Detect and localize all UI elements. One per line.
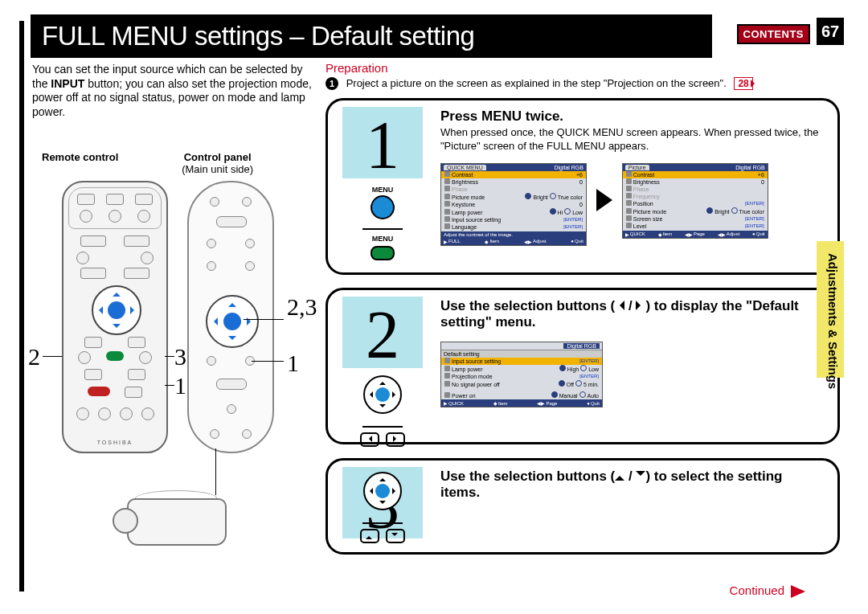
menu-pill-icon: [371, 246, 395, 260]
step-2-box: 2 Use the selection buttons ( / ) to dis…: [326, 288, 840, 444]
menu-button-icon: [371, 195, 395, 219]
callout-3: 3: [174, 343, 186, 370]
step-2-number: 2: [342, 297, 423, 368]
panel-label: Control panel: [158, 151, 278, 163]
osd-quick-menu: QUICK MENUDigital RGB Contrast+6 Brightn…: [440, 163, 587, 246]
step-3-box: 3 Use the selection buttons ( / ) to sel…: [326, 458, 840, 555]
callout-1-right: 1: [287, 350, 299, 377]
remote-body: TOSHIBA: [62, 181, 168, 453]
step-1-number: 1: [342, 107, 423, 178]
preparation-heading: Preparation: [326, 61, 388, 75]
contents-button[interactable]: CONTENTS: [737, 24, 811, 44]
step-2-title: Use the selection buttons ( / ) to displ…: [440, 298, 825, 330]
arrow-right-icon: [596, 189, 612, 211]
control-panel-body: [187, 181, 274, 453]
down-button-icon: [386, 529, 405, 543]
main-unit-label: (Main unit side): [158, 163, 278, 175]
section-tab-label: Adjustments & Settings: [826, 253, 840, 389]
callout-1-mid: 1: [174, 372, 186, 399]
callout-23: 2,3: [287, 293, 317, 321]
intro-input-word: INPUT: [51, 77, 84, 90]
device-labels: Remote control Control panel (Main unit …: [42, 151, 307, 175]
dpad-icon: [363, 472, 402, 510]
page-title: FULL MENU settings – Default setting: [31, 14, 712, 58]
step-1-body: When pressed once, the QUICK MENU screen…: [440, 126, 825, 154]
preparation-text: 1 Project a picture on the screen as exp…: [326, 77, 824, 90]
left-rule: [19, 21, 24, 591]
prep-body: Project a picture on the screen as expla…: [346, 77, 727, 89]
panel-dpad: [206, 295, 259, 348]
up-button-icon: [360, 529, 379, 543]
menu-label-bottom: MENU: [342, 235, 423, 243]
prep-bullet: 1: [326, 77, 338, 90]
step-1-box: 1 MENU MENU Press MENU twice. When press…: [326, 98, 840, 275]
remote-dpad: [92, 285, 141, 335]
page-ref-link[interactable]: 28: [734, 77, 752, 90]
remote-menu-button: [106, 351, 124, 361]
right-button-icon: [386, 432, 405, 447]
osd-default-setting: Digital RGB Default setting Input source…: [440, 342, 603, 407]
continued-label: Continued: [730, 583, 812, 598]
step-3-icons: [342, 472, 423, 546]
leader-line: [215, 448, 216, 495]
menu-label-top: MENU: [342, 186, 423, 194]
callout-2: 2: [28, 343, 40, 370]
osd-picture: PictureDigital RGB Contrast+6 Brightness…: [622, 163, 768, 239]
projector-illustration: [111, 482, 240, 555]
left-button-icon: [360, 432, 379, 447]
remote-label: Remote control: [42, 151, 154, 163]
step-2-icons: [342, 375, 423, 449]
step-3-title: Use the selection buttons ( / ) to selec…: [440, 469, 825, 501]
page-number: 67: [817, 18, 844, 45]
step-1-icons: MENU MENU: [342, 186, 423, 263]
intro-text: You can set the input source which can b…: [32, 63, 313, 119]
step-1-title: Press MENU twice.: [440, 108, 825, 125]
dpad-icon: [363, 375, 402, 414]
